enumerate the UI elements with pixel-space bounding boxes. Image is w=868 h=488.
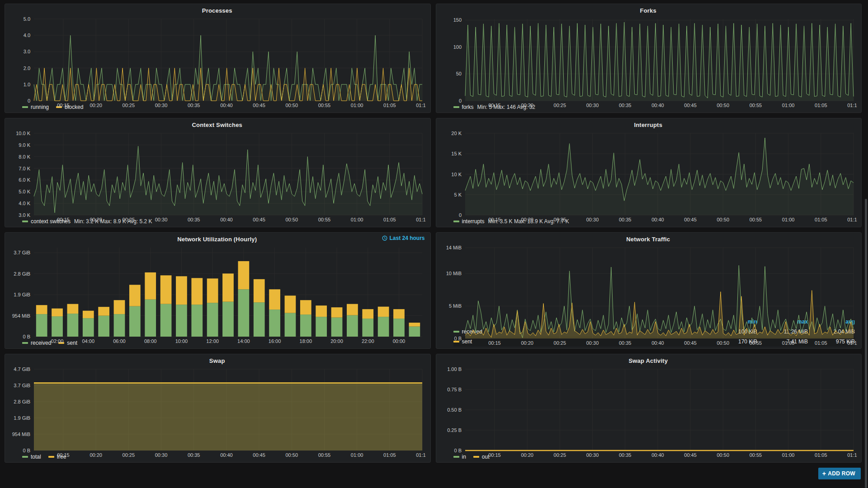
svg-text:00:30: 00:30 bbox=[586, 452, 599, 458]
svg-text:00:15: 00:15 bbox=[57, 217, 70, 222]
panel-context-switches: Context Switches 3.0 K4.0 K5.0 K6.0 K7.0… bbox=[5, 118, 431, 227]
svg-text:0 B: 0 B bbox=[454, 336, 462, 341]
svg-text:00:50: 00:50 bbox=[285, 217, 298, 222]
svg-text:04:00: 04:00 bbox=[82, 338, 94, 344]
svg-text:4.0: 4.0 bbox=[24, 33, 30, 38]
svg-text:01:05: 01:05 bbox=[383, 217, 396, 222]
svg-text:00:45: 00:45 bbox=[684, 340, 697, 346]
svg-text:1.00 B: 1.00 B bbox=[447, 366, 462, 372]
svg-text:0 B: 0 B bbox=[454, 448, 462, 453]
svg-text:4.7 GiB: 4.7 GiB bbox=[14, 366, 30, 372]
svg-text:00:55: 00:55 bbox=[749, 340, 762, 346]
svg-text:00:30: 00:30 bbox=[155, 452, 168, 458]
panel-header: Network Traffic bbox=[440, 234, 857, 244]
svg-text:00:40: 00:40 bbox=[220, 103, 233, 108]
panel-title[interactable]: Processes bbox=[202, 7, 232, 14]
time-range-badge[interactable]: Last 24 hours bbox=[382, 235, 425, 241]
svg-text:00:35: 00:35 bbox=[188, 103, 200, 108]
chart-network-traffic[interactable]: 0 B5 MiB10 MiB14 MiB00:1500:2000:2500:30… bbox=[440, 244, 857, 317]
panel-title[interactable]: Context Switches bbox=[192, 122, 242, 128]
svg-text:00:40: 00:40 bbox=[651, 340, 664, 346]
svg-text:4.0 K: 4.0 K bbox=[19, 201, 30, 206]
svg-text:2.0: 2.0 bbox=[24, 66, 30, 71]
panel-title[interactable]: Network Utilization (Hourly) bbox=[177, 236, 257, 243]
chart-swap[interactable]: 0 B954 MiB1.9 GiB2.8 GiB3.7 GiB4.7 GiB00… bbox=[9, 366, 426, 451]
panel-header: Swap Activity bbox=[440, 356, 857, 366]
svg-text:01:05: 01:05 bbox=[815, 217, 827, 222]
chart-interrupts[interactable]: 05 K10 K15 K20 K00:1500:2000:2500:3000:3… bbox=[440, 130, 857, 216]
svg-text:7.0 K: 7.0 K bbox=[19, 166, 30, 171]
svg-text:00:30: 00:30 bbox=[155, 103, 168, 108]
svg-text:00:50: 00:50 bbox=[717, 340, 729, 346]
svg-text:5.0 K: 5.0 K bbox=[19, 189, 30, 194]
svg-text:9.0 K: 9.0 K bbox=[19, 142, 30, 148]
add-row-label: ADD ROW bbox=[828, 470, 855, 477]
svg-text:3.0: 3.0 bbox=[24, 49, 30, 54]
svg-text:00:35: 00:35 bbox=[618, 452, 631, 458]
chart-forks[interactable]: 05010015000:1500:2000:2500:3000:3500:400… bbox=[440, 16, 857, 102]
svg-text:00:15: 00:15 bbox=[488, 452, 501, 458]
svg-text:00:25: 00:25 bbox=[553, 452, 566, 458]
svg-text:00:00: 00:00 bbox=[393, 338, 406, 344]
svg-text:00:35: 00:35 bbox=[188, 217, 200, 222]
svg-text:01:10: 01:10 bbox=[416, 217, 426, 222]
panel-forks: Forks 05010015000:1500:2000:2500:3000:35… bbox=[436, 4, 862, 113]
add-row-button[interactable]: + ADD ROW bbox=[818, 468, 861, 479]
svg-text:01:10: 01:10 bbox=[847, 103, 857, 108]
svg-text:01:00: 01:00 bbox=[782, 452, 794, 458]
svg-text:00:40: 00:40 bbox=[220, 217, 233, 222]
svg-text:954 MiB: 954 MiB bbox=[12, 313, 30, 319]
svg-text:3.0 K: 3.0 K bbox=[19, 212, 30, 218]
svg-text:5 K: 5 K bbox=[454, 192, 462, 197]
svg-text:00:35: 00:35 bbox=[618, 217, 631, 222]
clock-icon bbox=[382, 235, 387, 241]
svg-text:1.0: 1.0 bbox=[24, 82, 30, 87]
svg-text:00:30: 00:30 bbox=[586, 340, 599, 346]
panel-title[interactable]: Interrupts bbox=[634, 122, 662, 128]
panel-network-traffic: Network Traffic 0 B5 MiB10 MiB14 MiB00:1… bbox=[436, 232, 862, 349]
svg-text:14:00: 14:00 bbox=[237, 338, 250, 344]
panel-header: Interrupts bbox=[440, 120, 857, 130]
svg-text:100: 100 bbox=[453, 44, 461, 50]
svg-text:00:50: 00:50 bbox=[285, 452, 298, 458]
svg-text:5.0: 5.0 bbox=[24, 16, 30, 22]
svg-text:00:40: 00:40 bbox=[220, 452, 233, 458]
svg-text:954 MiB: 954 MiB bbox=[12, 432, 30, 437]
chart-context-switches[interactable]: 3.0 K4.0 K5.0 K6.0 K7.0 K8.0 K9.0 K10.0 … bbox=[9, 130, 426, 216]
scrollbar[interactable] bbox=[865, 199, 867, 488]
svg-text:00:50: 00:50 bbox=[717, 217, 729, 222]
svg-text:00:45: 00:45 bbox=[253, 103, 265, 108]
svg-text:0.50 B: 0.50 B bbox=[447, 407, 462, 413]
svg-text:00:55: 00:55 bbox=[749, 103, 762, 108]
svg-text:00:40: 00:40 bbox=[651, 103, 664, 108]
svg-text:6.0 K: 6.0 K bbox=[19, 177, 30, 183]
svg-text:01:10: 01:10 bbox=[847, 452, 857, 458]
panel-title[interactable]: Forks bbox=[640, 7, 656, 14]
chart-processes[interactable]: 01.02.03.04.05.000:1500:2000:2500:3000:3… bbox=[9, 16, 426, 102]
panel-title[interactable]: Network Traffic bbox=[626, 236, 670, 243]
svg-text:00:15: 00:15 bbox=[488, 340, 501, 346]
panel-interrupts: Interrupts 05 K10 K15 K20 K00:1500:2000:… bbox=[436, 118, 862, 227]
svg-text:00:15: 00:15 bbox=[57, 452, 70, 458]
svg-text:00:35: 00:35 bbox=[188, 452, 200, 458]
svg-text:01:05: 01:05 bbox=[383, 103, 396, 108]
svg-text:5 MiB: 5 MiB bbox=[448, 303, 461, 309]
panel-title[interactable]: Swap bbox=[209, 357, 225, 364]
svg-text:00:25: 00:25 bbox=[123, 452, 135, 458]
svg-text:00:35: 00:35 bbox=[618, 340, 631, 346]
svg-text:00:50: 00:50 bbox=[717, 103, 729, 108]
svg-text:00:55: 00:55 bbox=[318, 103, 331, 108]
svg-text:01:00: 01:00 bbox=[782, 217, 794, 222]
panel-processes: Processes 01.02.03.04.05.000:1500:2000:2… bbox=[5, 4, 431, 113]
svg-text:10 MiB: 10 MiB bbox=[446, 271, 461, 276]
chart-network-utilization[interactable]: 0 B954 MiB1.9 GiB2.8 GiB3.7 GiB02:0004:0… bbox=[9, 244, 426, 338]
svg-text:22:00: 22:00 bbox=[362, 338, 374, 344]
svg-text:00:20: 00:20 bbox=[521, 103, 533, 108]
svg-text:00:35: 00:35 bbox=[618, 103, 631, 108]
svg-text:00:20: 00:20 bbox=[521, 217, 533, 222]
svg-text:01:10: 01:10 bbox=[847, 217, 857, 222]
panel-title[interactable]: Swap Activity bbox=[628, 357, 668, 364]
chart-swap-activity[interactable]: 0 B0.25 B0.50 B0.75 B1.00 B00:1500:2000:… bbox=[440, 366, 857, 451]
svg-text:00:30: 00:30 bbox=[155, 217, 168, 222]
svg-text:00:50: 00:50 bbox=[717, 452, 729, 458]
